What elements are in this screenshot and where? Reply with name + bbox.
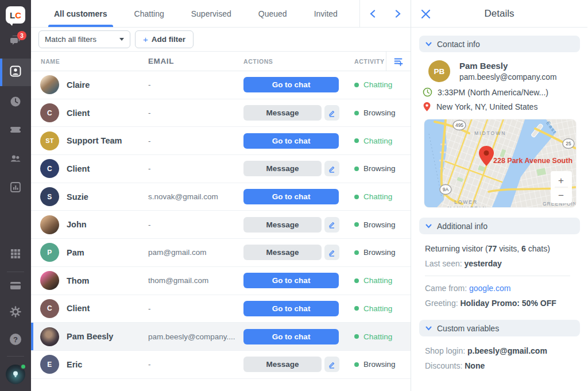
table-row[interactable]: PPam pam@gmail.com Message Browsing — [31, 239, 411, 267]
column-header-email[interactable]: Email — [148, 57, 243, 65]
details-panel: Details Contact info PB Pam Beesly pam.b… — [411, 0, 587, 391]
avatar: E — [40, 355, 59, 374]
table-row[interactable]: Thom thom@gmail.com Go to chat Chatting — [31, 267, 411, 295]
livechat-logo[interactable]: LC — [6, 6, 25, 24]
custom-variables-section-header[interactable]: Custom variables — [419, 320, 580, 336]
avatar — [40, 271, 59, 290]
table-row[interactable]: Claire - Go to chat Chatting — [31, 71, 411, 99]
customers-main: All customers Chatting Supervised Queued… — [31, 0, 411, 391]
tabs-scroll-right-button[interactable] — [385, 0, 411, 27]
status-dot — [354, 138, 359, 143]
close-details-button[interactable] — [419, 7, 432, 20]
billing-card-icon — [9, 278, 22, 295]
status-dot — [354, 334, 359, 339]
table-row-selected[interactable]: Pam Beesly pam.beesly@company.... Go to … — [31, 323, 411, 351]
team-icon — [9, 152, 22, 168]
match-filters-dropdown[interactable]: Match all filters — [38, 30, 130, 48]
table-row[interactable]: CClient - Message Browsing — [31, 99, 411, 127]
status-dot — [354, 111, 359, 115]
go-to-chat-button[interactable]: Go to chat — [243, 301, 339, 316]
help-icon: ? — [10, 334, 21, 345]
table-row[interactable]: CClient - Message Browsing — [31, 155, 411, 183]
sidebar-item-help[interactable]: ? — [0, 326, 31, 353]
sidebar-item-chats[interactable]: 3 — [0, 28, 31, 55]
contact-avatar: PB — [428, 60, 450, 82]
customer-name: Client — [67, 109, 90, 118]
customer-name: Pam Beesly — [67, 332, 113, 341]
status-dot — [354, 278, 359, 283]
edit-columns-button[interactable] — [386, 56, 411, 67]
customer-name: Claire — [67, 80, 90, 90]
column-header-actions: Actions — [243, 58, 354, 65]
chevron-left-icon — [369, 10, 376, 18]
customer-email: - — [148, 304, 243, 313]
message-button[interactable]: Message — [243, 245, 322, 260]
customer-name: Thom — [67, 276, 89, 285]
location-map[interactable]: 495 9A 25 MIDTOWN LOWER MANHATTAN GREENP… — [424, 119, 576, 207]
online-status-dot — [20, 363, 26, 370]
add-filter-button[interactable]: + Add filter — [135, 30, 194, 48]
svg-text:MIDTOWN: MIDTOWN — [474, 130, 506, 136]
discounts: Discounts: None — [425, 358, 580, 373]
apps-grid-icon — [9, 247, 22, 262]
svg-text:LOWER: LOWER — [454, 199, 478, 205]
table-row[interactable]: CClient - Go to chat Chatting — [31, 295, 411, 323]
additional-info-section-header[interactable]: Additional info — [419, 218, 580, 234]
go-to-chat-button[interactable]: Go to chat — [243, 133, 339, 149]
contact-email: pam.beesly@company.com — [459, 73, 556, 82]
customer-name: John — [67, 220, 87, 229]
message-button[interactable]: Message — [243, 161, 322, 176]
compose-message-button[interactable] — [324, 161, 339, 176]
customer-email: s.novak@gmail.com — [148, 192, 243, 201]
sidebar-item-apps[interactable] — [0, 242, 31, 268]
sidebar-item-billing[interactable] — [0, 273, 31, 300]
customer-name: Suzie — [67, 192, 88, 202]
zoom-in-button[interactable]: + — [558, 175, 564, 186]
contact-info-section-header[interactable]: Contact info — [419, 36, 580, 52]
message-button[interactable]: Message — [243, 217, 322, 233]
table-row[interactable]: STSupport Team - Go to chat Chatting — [31, 127, 411, 155]
go-to-chat-button[interactable]: Go to chat — [243, 77, 339, 92]
go-to-chat-button[interactable]: Go to chat — [243, 329, 339, 344]
activity-label: Browsing — [363, 109, 396, 117]
message-button[interactable]: Message — [243, 357, 322, 372]
chevron-down-icon — [425, 326, 432, 331]
column-header-name[interactable]: Name — [31, 58, 148, 65]
map-zoom-control[interactable]: + − — [551, 171, 572, 203]
customer-email: - — [148, 137, 243, 145]
tab-all-customers[interactable]: All customers — [54, 0, 107, 27]
table-row[interactable]: EEric - Message Browsing — [31, 351, 411, 379]
sidebar-item-tickets[interactable] — [0, 118, 31, 144]
compose-message-button[interactable] — [324, 217, 339, 233]
table-row[interactable]: SSuzie s.novak@gmail.com Go to chat Chat… — [31, 183, 411, 211]
pencil-icon — [328, 165, 336, 173]
tabs-scroll-left-button[interactable] — [360, 0, 385, 27]
customer-email: - — [148, 109, 243, 117]
sidebar-item-reports[interactable] — [0, 175, 31, 202]
sidebar-item-archives[interactable] — [0, 90, 31, 116]
tab-queued[interactable]: Queued — [258, 0, 287, 27]
sidebar-item-customers[interactable] — [0, 59, 31, 86]
compose-message-button[interactable] — [324, 357, 339, 372]
tab-supervised[interactable]: Supervised — [191, 0, 231, 27]
compose-message-button[interactable] — [324, 245, 339, 260]
go-to-chat-button[interactable]: Go to chat — [243, 273, 339, 288]
message-button[interactable]: Message — [243, 105, 322, 121]
filter-bar: Match all filters + Add filter — [31, 28, 411, 52]
compose-message-button[interactable] — [324, 105, 339, 121]
plus-icon: + — [143, 34, 148, 44]
go-to-chat-button[interactable]: Go to chat — [243, 189, 339, 204]
agent-avatar[interactable] — [6, 365, 25, 384]
avatar — [40, 75, 59, 94]
avatar — [40, 327, 59, 346]
tab-invited[interactable]: Invited — [314, 0, 338, 27]
tab-chatting[interactable]: Chatting — [134, 0, 164, 27]
zoom-out-button[interactable]: − — [558, 190, 564, 201]
sidebar-item-team[interactable] — [0, 146, 31, 173]
table-row[interactable]: John - Message Browsing — [31, 211, 411, 239]
came-from-link[interactable]: google.com — [469, 284, 510, 293]
customer-name: Support Team — [67, 136, 122, 145]
sidebar-item-settings[interactable] — [0, 300, 31, 326]
customers-icon — [9, 64, 22, 80]
column-header-activity[interactable]: Activity — [354, 58, 386, 65]
